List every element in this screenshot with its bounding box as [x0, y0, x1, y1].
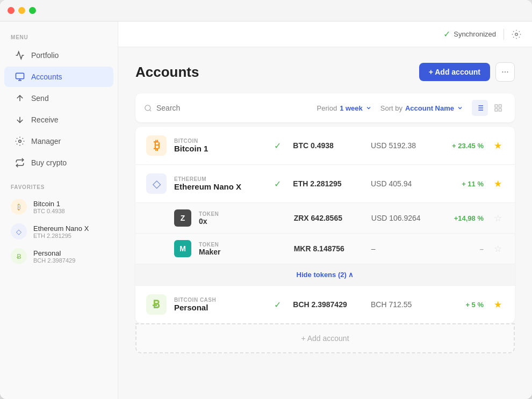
- send-icon: [15, 93, 25, 103]
- maximize-button[interactable]: [29, 7, 36, 14]
- sidebar-label-send: Send: [31, 94, 49, 103]
- sidebar-item-accounts[interactable]: Accounts: [4, 67, 113, 87]
- period-value[interactable]: 1 week: [340, 104, 363, 112]
- personal-type: BITCOIN CASH: [174, 297, 262, 303]
- grid-view-button[interactable]: [490, 100, 506, 116]
- ethereum-star[interactable]: ★: [491, 178, 504, 190]
- maker-name: Maker: [199, 248, 286, 256]
- traffic-lights: [8, 7, 36, 14]
- add-account-label: + Add account: [429, 68, 480, 76]
- ethereum-usd: USD 405.94: [371, 179, 429, 188]
- sidebar-item-portfolio[interactable]: Portfolio: [4, 45, 113, 66]
- personal-icon: Ƀ: [146, 294, 167, 315]
- ethereum-type: ETHEREUM: [174, 176, 262, 182]
- maker-star[interactable]: ☆: [491, 243, 504, 255]
- search-icon: [144, 104, 152, 112]
- add-account-button[interactable]: + Add account: [419, 63, 490, 81]
- sidebar-item-buy-crypto[interactable]: Buy crypto: [4, 153, 113, 173]
- bitcoin1-name: Bitcoin 1: [174, 144, 262, 153]
- personal-info: BITCOIN CASH Personal: [174, 297, 262, 312]
- personal-balance: BCH 2.3987429: [293, 300, 363, 309]
- accounts-icon: [15, 72, 25, 82]
- bitcoin1-info: BITCOIN Bitcoin 1: [174, 138, 262, 153]
- settings-button[interactable]: [512, 30, 521, 39]
- sort-selector: Sort by Account Name: [380, 104, 463, 112]
- bitcoin1-icon: ₿: [146, 135, 167, 156]
- more-icon: ···: [501, 67, 508, 77]
- sync-status: ✓ Synchronized: [443, 29, 496, 39]
- 0x-balance: ZRX 642.8565: [294, 214, 364, 222]
- sync-icon: ✓: [443, 29, 450, 39]
- toolbar: Period 1 week Sort by Account Name: [135, 93, 515, 122]
- account-row-ethereum[interactable]: ◇ ETHEREUM Ethereum Nano X ✓ ETH 2.28129…: [135, 165, 515, 203]
- sidebar-fav-bitcoin1[interactable]: ₿ Bitcoin 1 BTC 0.4938: [0, 194, 118, 219]
- search-input[interactable]: [156, 104, 310, 112]
- account-row-bitcoin1[interactable]: ₿ BITCOIN Bitcoin 1 ✓ BTC 0.4938 USD 519…: [135, 127, 515, 165]
- app-body: MENU Portfolio Accounts Send: [0, 21, 532, 399]
- topbar: ✓ Synchronized: [118, 21, 532, 47]
- more-options-button[interactable]: ···: [495, 62, 515, 82]
- sidebar-label-receive: Receive: [31, 115, 59, 124]
- maker-change: –: [437, 245, 484, 253]
- sort-value[interactable]: Account Name: [405, 104, 454, 112]
- personal-check: ✓: [269, 300, 285, 310]
- 0x-change: +14,98 %: [437, 214, 484, 222]
- 0x-usd: USD 106.9264: [371, 214, 429, 222]
- svg-rect-0: [16, 73, 24, 79]
- manager-icon: [15, 136, 25, 146]
- token-row-0x[interactable]: Z TOKEN 0x ZRX 642.8565 USD 106.9264 +14…: [135, 203, 515, 234]
- svg-line-8: [149, 110, 151, 111]
- close-button[interactable]: [8, 7, 15, 14]
- personal-usd: BCH 712.55: [371, 300, 429, 309]
- hide-tokens-button[interactable]: Hide tokens (2) ∧: [135, 264, 515, 286]
- personal-star[interactable]: ★: [491, 299, 504, 310]
- sidebar-item-manager[interactable]: Manager: [4, 131, 113, 151]
- sidebar-fav-ethereum[interactable]: ◇ Ethereum Nano X ETH 2.281295: [0, 219, 118, 244]
- topbar-divider: [504, 29, 504, 40]
- minimize-button[interactable]: [18, 7, 25, 14]
- fav-icon-personal: Ƀ: [11, 248, 27, 264]
- ethereum-balance: ETH 2.281295: [293, 179, 363, 188]
- hide-tokens-label: Hide tokens (2) ∧: [297, 271, 354, 279]
- header-actions: + Add account ···: [419, 62, 515, 82]
- sidebar: MENU Portfolio Accounts Send: [0, 21, 118, 399]
- 0x-icon: Z: [174, 209, 191, 227]
- sidebar-item-send[interactable]: Send: [4, 88, 113, 108]
- bitcoin1-change: + 23.45 %: [437, 142, 484, 150]
- add-account-row[interactable]: + Add account: [135, 323, 515, 353]
- sidebar-label-buy-crypto: Buy crypto: [31, 158, 67, 167]
- ethereum-change: + 11 %: [437, 180, 484, 188]
- 0x-name: 0x: [199, 217, 286, 226]
- menu-section-label: MENU: [0, 34, 118, 40]
- favorites-section-label: FAVORITES: [0, 184, 118, 190]
- receive-icon: [15, 115, 25, 125]
- bitcoin1-check: ✓: [269, 141, 285, 151]
- fav-name-ethereum: Ethereum Nano X: [33, 224, 89, 233]
- bitcoin1-type: BITCOIN: [174, 138, 262, 144]
- sidebar-fav-personal[interactable]: Ƀ Personal BCH 2.3987429: [0, 244, 118, 269]
- page-title: Accounts: [135, 64, 199, 81]
- fav-amount-personal: BCH 2.3987429: [33, 257, 75, 264]
- bitcoin1-balance: BTC 0.4938: [293, 141, 363, 150]
- bitcoin1-star[interactable]: ★: [491, 140, 504, 151]
- list-view-button[interactable]: [472, 100, 488, 116]
- sort-chevron-icon: [457, 105, 463, 111]
- sidebar-divider: [0, 173, 118, 182]
- token-row-maker[interactable]: M TOKEN Maker MKR 8.148756 – – ☆: [135, 234, 515, 264]
- sidebar-label-manager: Manager: [31, 137, 61, 146]
- maker-usd: –: [371, 244, 429, 253]
- view-toggle: [472, 100, 506, 116]
- fav-icon-ethereum: ◇: [11, 223, 27, 240]
- buy-crypto-icon: [15, 158, 25, 168]
- account-row-personal[interactable]: Ƀ BITCOIN CASH Personal ✓ BCH 2.3987429 …: [135, 286, 515, 323]
- 0x-star[interactable]: ☆: [491, 213, 504, 224]
- sync-label: Synchronized: [454, 30, 496, 38]
- app-window: MENU Portfolio Accounts Send: [0, 0, 532, 399]
- sidebar-item-receive[interactable]: Receive: [4, 110, 113, 130]
- period-label: Period: [317, 104, 337, 112]
- svg-rect-18: [495, 108, 498, 111]
- ethereum-icon: ◇: [146, 173, 167, 194]
- maker-balance: MKR 8.148756: [294, 244, 364, 253]
- main-content: ✓ Synchronized Accounts + Add account: [118, 21, 532, 399]
- period-chevron-icon: [365, 105, 372, 111]
